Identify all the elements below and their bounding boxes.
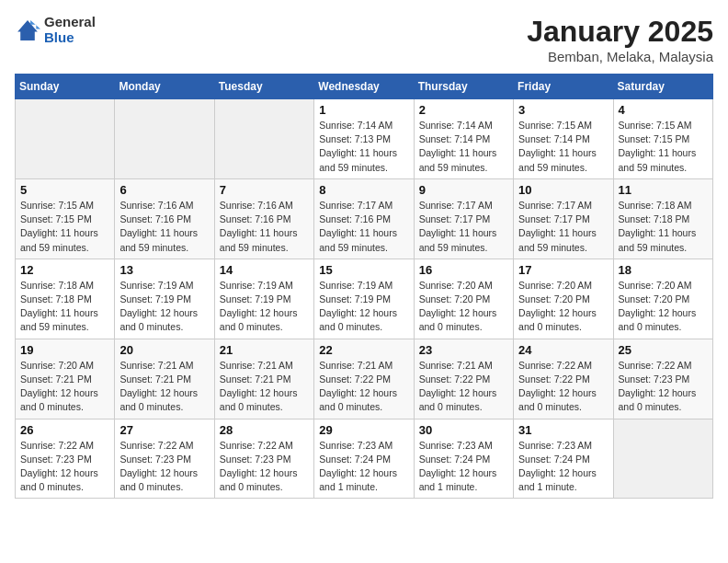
day-number: 15 (319, 263, 408, 277)
calendar-week-row: 12Sunrise: 7:18 AMSunset: 7:18 PMDayligh… (16, 259, 713, 339)
day-info: Sunrise: 7:20 AMSunset: 7:20 PMDaylight:… (518, 279, 608, 335)
calendar-cell: 9Sunrise: 7:17 AMSunset: 7:17 PMDaylight… (414, 178, 513, 259)
day-number: 14 (220, 263, 309, 277)
page-header: General Blue January 2025 Bemban, Melaka… (15, 15, 713, 64)
day-number: 18 (619, 263, 708, 277)
calendar-cell: 29Sunrise: 7:23 AMSunset: 7:24 PMDayligh… (314, 419, 414, 499)
calendar-cell: 7Sunrise: 7:16 AMSunset: 7:16 PMDaylight… (214, 178, 313, 259)
day-number: 29 (319, 423, 408, 437)
day-number: 23 (419, 343, 508, 357)
day-info: Sunrise: 7:21 AMSunset: 7:21 PMDaylight:… (220, 359, 309, 415)
calendar-cell: 1Sunrise: 7:14 AMSunset: 7:13 PMDaylight… (314, 99, 414, 179)
day-number: 3 (518, 103, 608, 117)
day-info: Sunrise: 7:20 AMSunset: 7:20 PMDaylight:… (619, 279, 708, 335)
day-number: 26 (20, 423, 109, 437)
day-number: 20 (119, 343, 209, 357)
weekday-header: Friday (514, 75, 613, 99)
day-number: 13 (119, 263, 209, 277)
day-number: 28 (220, 423, 309, 437)
day-info: Sunrise: 7:21 AMSunset: 7:21 PMDaylight:… (119, 359, 209, 415)
calendar-cell: 20Sunrise: 7:21 AMSunset: 7:21 PMDayligh… (115, 339, 214, 419)
day-info: Sunrise: 7:23 AMSunset: 7:24 PMDaylight:… (419, 439, 508, 495)
day-info: Sunrise: 7:22 AMSunset: 7:23 PMDaylight:… (119, 439, 209, 495)
day-number: 24 (518, 343, 608, 357)
calendar-cell: 26Sunrise: 7:22 AMSunset: 7:23 PMDayligh… (16, 419, 115, 499)
day-number: 27 (119, 423, 209, 437)
calendar-cell (214, 99, 313, 179)
calendar-cell: 13Sunrise: 7:19 AMSunset: 7:19 PMDayligh… (115, 259, 214, 339)
day-number: 30 (419, 423, 508, 437)
weekday-header: Thursday (414, 75, 513, 99)
calendar-cell: 14Sunrise: 7:19 AMSunset: 7:19 PMDayligh… (214, 259, 313, 339)
calendar-cell: 4Sunrise: 7:15 AMSunset: 7:15 PMDaylight… (613, 99, 712, 179)
calendar-cell: 6Sunrise: 7:16 AMSunset: 7:16 PMDaylight… (115, 178, 214, 259)
weekday-header: Wednesday (314, 75, 414, 99)
calendar-cell (613, 419, 712, 499)
day-number: 21 (220, 343, 309, 357)
day-info: Sunrise: 7:20 AMSunset: 7:21 PMDaylight:… (20, 359, 109, 415)
location-subtitle: Bemban, Melaka, Malaysia (527, 49, 713, 64)
day-info: Sunrise: 7:22 AMSunset: 7:22 PMDaylight:… (518, 359, 608, 415)
day-number: 7 (220, 183, 309, 197)
weekday-header: Monday (115, 75, 214, 99)
day-number: 16 (419, 263, 508, 277)
day-number: 4 (619, 103, 708, 117)
day-number: 6 (119, 183, 209, 197)
calendar-week-row: 19Sunrise: 7:20 AMSunset: 7:21 PMDayligh… (16, 339, 713, 419)
logo-icon (15, 17, 40, 43)
day-number: 17 (518, 263, 608, 277)
day-info: Sunrise: 7:23 AMSunset: 7:24 PMDaylight:… (518, 439, 608, 495)
logo: General Blue (15, 15, 96, 45)
day-number: 12 (20, 263, 109, 277)
day-number: 2 (419, 103, 508, 117)
calendar-week-row: 26Sunrise: 7:22 AMSunset: 7:23 PMDayligh… (16, 419, 713, 499)
day-info: Sunrise: 7:19 AMSunset: 7:19 PMDaylight:… (119, 279, 209, 335)
weekday-header: Sunday (16, 75, 115, 99)
calendar-week-row: 5Sunrise: 7:15 AMSunset: 7:15 PMDaylight… (16, 178, 713, 259)
day-info: Sunrise: 7:19 AMSunset: 7:19 PMDaylight:… (220, 279, 309, 335)
day-number: 22 (319, 343, 408, 357)
day-info: Sunrise: 7:17 AMSunset: 7:17 PMDaylight:… (419, 199, 508, 255)
day-info: Sunrise: 7:15 AMSunset: 7:15 PMDaylight:… (20, 199, 109, 255)
day-info: Sunrise: 7:22 AMSunset: 7:23 PMDaylight:… (20, 439, 109, 495)
day-info: Sunrise: 7:22 AMSunset: 7:23 PMDaylight:… (619, 359, 708, 415)
day-number: 10 (518, 183, 608, 197)
day-info: Sunrise: 7:18 AMSunset: 7:18 PMDaylight:… (20, 279, 109, 335)
calendar-week-row: 1Sunrise: 7:14 AMSunset: 7:13 PMDaylight… (16, 99, 713, 179)
weekday-header-row: SundayMondayTuesdayWednesdayThursdayFrid… (16, 75, 713, 99)
logo-blue: Blue (44, 30, 96, 46)
calendar-table: SundayMondayTuesdayWednesdayThursdayFrid… (15, 74, 713, 499)
day-info: Sunrise: 7:15 AMSunset: 7:14 PMDaylight:… (518, 119, 608, 175)
day-number: 31 (518, 423, 608, 437)
calendar-cell: 23Sunrise: 7:21 AMSunset: 7:22 PMDayligh… (414, 339, 513, 419)
month-year-title: January 2025 (527, 15, 713, 49)
calendar-cell: 5Sunrise: 7:15 AMSunset: 7:15 PMDaylight… (16, 178, 115, 259)
day-number: 19 (20, 343, 109, 357)
day-info: Sunrise: 7:19 AMSunset: 7:19 PMDaylight:… (319, 279, 408, 335)
calendar-cell: 28Sunrise: 7:22 AMSunset: 7:23 PMDayligh… (214, 419, 313, 499)
logo-text: General Blue (44, 15, 96, 45)
day-number: 25 (619, 343, 708, 357)
calendar-cell: 12Sunrise: 7:18 AMSunset: 7:18 PMDayligh… (16, 259, 115, 339)
calendar-cell: 31Sunrise: 7:23 AMSunset: 7:24 PMDayligh… (514, 419, 613, 499)
svg-marker-0 (17, 20, 38, 40)
day-info: Sunrise: 7:20 AMSunset: 7:20 PMDaylight:… (419, 279, 508, 335)
day-number: 9 (419, 183, 508, 197)
weekday-header: Saturday (613, 75, 712, 99)
calendar-cell: 24Sunrise: 7:22 AMSunset: 7:22 PMDayligh… (514, 339, 613, 419)
day-info: Sunrise: 7:14 AMSunset: 7:14 PMDaylight:… (419, 119, 508, 175)
calendar-cell: 25Sunrise: 7:22 AMSunset: 7:23 PMDayligh… (613, 339, 712, 419)
title-block: January 2025 Bemban, Melaka, Malaysia (527, 15, 713, 64)
day-number: 8 (319, 183, 408, 197)
day-info: Sunrise: 7:22 AMSunset: 7:23 PMDaylight:… (220, 439, 309, 495)
calendar-cell: 8Sunrise: 7:17 AMSunset: 7:16 PMDaylight… (314, 178, 414, 259)
calendar-cell: 19Sunrise: 7:20 AMSunset: 7:21 PMDayligh… (16, 339, 115, 419)
calendar-cell (115, 99, 214, 179)
day-info: Sunrise: 7:17 AMSunset: 7:17 PMDaylight:… (518, 199, 608, 255)
calendar-cell: 22Sunrise: 7:21 AMSunset: 7:22 PMDayligh… (314, 339, 414, 419)
calendar-cell: 27Sunrise: 7:22 AMSunset: 7:23 PMDayligh… (115, 419, 214, 499)
day-number: 11 (619, 183, 708, 197)
day-info: Sunrise: 7:18 AMSunset: 7:18 PMDaylight:… (619, 199, 708, 255)
day-info: Sunrise: 7:17 AMSunset: 7:16 PMDaylight:… (319, 199, 408, 255)
day-info: Sunrise: 7:16 AMSunset: 7:16 PMDaylight:… (220, 199, 309, 255)
